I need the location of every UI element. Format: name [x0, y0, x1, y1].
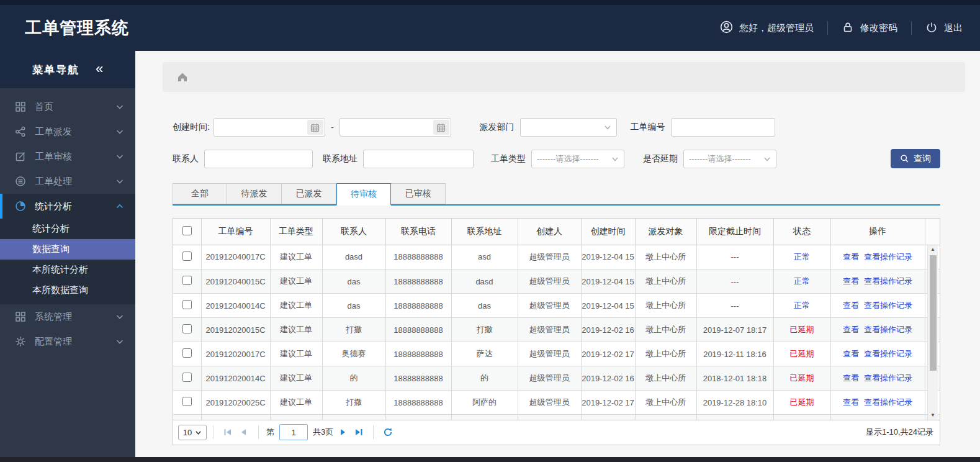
sidebar-item-statistics[interactable]: 统计分析 [0, 194, 135, 219]
page-number-input[interactable] [279, 424, 308, 440]
cell-contact: dasd [322, 245, 385, 270]
calendar-icon[interactable] [433, 120, 449, 135]
cell-order-no: 201912020017C [201, 342, 270, 366]
sidebar-item-dispatch[interactable]: 工单派发 [0, 119, 135, 144]
cell-address [451, 415, 518, 420]
sidebar-item-review[interactable]: 工单审核 [0, 144, 135, 169]
cell-order-no: 201912040015C [201, 270, 270, 294]
chevron-down-icon [115, 152, 124, 161]
cell-deadline: 2019-12-28 18:10 [696, 391, 773, 415]
sidebar-subitem-data-query[interactable]: 数据查询 [0, 239, 135, 260]
cell-actions: 查看查看操作记录 [830, 270, 925, 294]
delay-select[interactable]: -------请选择------- [683, 150, 776, 168]
view-log-link[interactable]: 查看操作记录 [864, 325, 912, 334]
tab-reviewed[interactable]: 已审核 [391, 183, 446, 204]
create-time-end-field [339, 118, 451, 137]
cell-creator [518, 415, 581, 420]
refresh-button[interactable] [380, 424, 396, 440]
work-order-table: 工单编号 工单类型 联系人 联系电话 联系地址 创建人 创建时间 派发对象 限定… [173, 218, 940, 445]
pagination-bar: 10 第 共3页 显示1-10,共24 [173, 420, 940, 445]
last-page-button[interactable] [351, 424, 367, 440]
view-log-link[interactable]: 查看操作记录 [864, 349, 912, 358]
sidebar-item-home[interactable]: 首页 [0, 94, 135, 119]
status-badge: 正常 [794, 252, 810, 261]
view-link[interactable]: 查看 [843, 349, 859, 358]
select-all-checkbox[interactable] [182, 226, 192, 235]
home-icon[interactable] [176, 71, 189, 83]
select-all-cell [173, 219, 201, 245]
contact-input[interactable] [204, 150, 313, 168]
view-log-link[interactable]: 查看操作记录 [864, 373, 912, 383]
row-checkbox[interactable] [182, 348, 192, 358]
dispatch-dept-select[interactable] [520, 118, 617, 137]
logout-button[interactable]: 退出 [925, 21, 963, 35]
cell-target: 墩上中心所 [635, 318, 696, 342]
row-checkbox[interactable] [182, 373, 192, 382]
order-type-select[interactable]: -------请选择------- [531, 150, 624, 168]
prev-page-button[interactable] [236, 424, 252, 440]
view-link[interactable]: 查看 [843, 276, 859, 286]
cell-created: 2019-12-02 17 [581, 391, 635, 415]
search-button[interactable]: 查询 [891, 149, 940, 168]
sidebar-subitem-statistics[interactable]: 统计分析 [0, 219, 135, 239]
status-badge: 正常 [794, 276, 810, 286]
view-log-link[interactable]: 查看操作记录 [864, 252, 912, 261]
row-checkbox[interactable] [182, 276, 192, 285]
col-contact: 联系人 [322, 219, 385, 245]
cell-order-type: 建议工单 [270, 294, 322, 318]
calendar-icon[interactable] [307, 120, 323, 135]
tab-dispatched[interactable]: 已派发 [282, 183, 336, 204]
view-log-link[interactable]: 查看操作记录 [864, 301, 912, 310]
row-select-cell [173, 270, 201, 294]
view-link[interactable]: 查看 [843, 252, 859, 261]
row-checkbox[interactable] [182, 300, 192, 309]
table-row: 201912040014C 建议工单 das 18888888888 das 超… [173, 294, 940, 318]
row-checkbox[interactable] [182, 397, 192, 406]
view-link[interactable]: 查看 [843, 325, 859, 334]
view-log-link[interactable]: 查看操作记录 [864, 276, 912, 286]
row-checkbox[interactable] [182, 324, 192, 333]
sidebar-item-system[interactable]: 系统管理 [0, 304, 135, 329]
view-link[interactable]: 查看 [843, 397, 859, 407]
cell-target: 墩上中心所 [635, 245, 696, 270]
first-page-button[interactable] [220, 424, 236, 440]
cell-status: 正常 [773, 270, 830, 294]
sidebar-item-process[interactable]: 工单处理 [0, 169, 135, 194]
view-log-link[interactable]: 查看操作记录 [864, 397, 912, 407]
sidebar-menu: 首页 工单派发 工单审核 工单处理 [0, 94, 135, 354]
table-row: 201912020017C 建议工单 奥德赛 18888888888 萨达 超级… [173, 342, 940, 366]
cell-created: 2019-12-02 16 [581, 366, 635, 391]
order-no-input[interactable] [671, 118, 775, 137]
sidebar-collapse-icon[interactable]: « [96, 62, 103, 76]
tab-label: 已审核 [405, 188, 431, 199]
user-greeting[interactable]: 您好，超级管理员 [720, 20, 814, 35]
cell-deadline: 2019-12-11 18:16 [696, 342, 773, 366]
sidebar-item-label: 统计分析 [35, 201, 72, 212]
tab-pending-dispatch[interactable]: 待派发 [227, 183, 282, 204]
sidebar-item-config[interactable]: 配置管理 [0, 329, 135, 354]
scrollbar-thumb[interactable] [930, 255, 937, 371]
address-input[interactable] [363, 150, 474, 168]
page-size-select[interactable]: 10 [178, 425, 207, 440]
view-link[interactable]: 查看 [843, 373, 859, 383]
cell-phone: 18888888888 [385, 391, 451, 415]
tab-all[interactable]: 全部 [173, 183, 227, 204]
cell-created: 2019-12-02 17 [581, 342, 635, 366]
scroll-up-icon[interactable]: ▲ [928, 245, 938, 254]
next-page-button[interactable] [335, 424, 351, 440]
cell-phone: 18888888888 [385, 270, 451, 294]
scroll-down-icon[interactable]: ▼ [928, 411, 938, 420]
cell-created: 2019-12-02 16 [581, 318, 635, 342]
cell-order-no: 201912020025C [201, 391, 270, 415]
filter-row-2: 联系人 联系地址 工单类型 -------请选择------- 是否延期 ---… [173, 149, 940, 168]
view-link[interactable]: 查看 [843, 301, 859, 310]
table-scrollbar[interactable]: ▲ ▼ [927, 245, 938, 420]
sidebar-subitem-local-statistics[interactable]: 本所统计分析 [0, 260, 135, 280]
logout-text: 退出 [944, 22, 963, 34]
row-select-cell [173, 318, 201, 342]
row-checkbox[interactable] [182, 251, 192, 261]
sidebar-subitem-local-data-query[interactable]: 本所数据查询 [0, 280, 135, 301]
cell-actions: 查看查看操作记录 [830, 342, 925, 366]
tab-pending-review[interactable]: 待审核 [336, 183, 391, 206]
change-password-button[interactable]: 修改密码 [842, 21, 897, 35]
